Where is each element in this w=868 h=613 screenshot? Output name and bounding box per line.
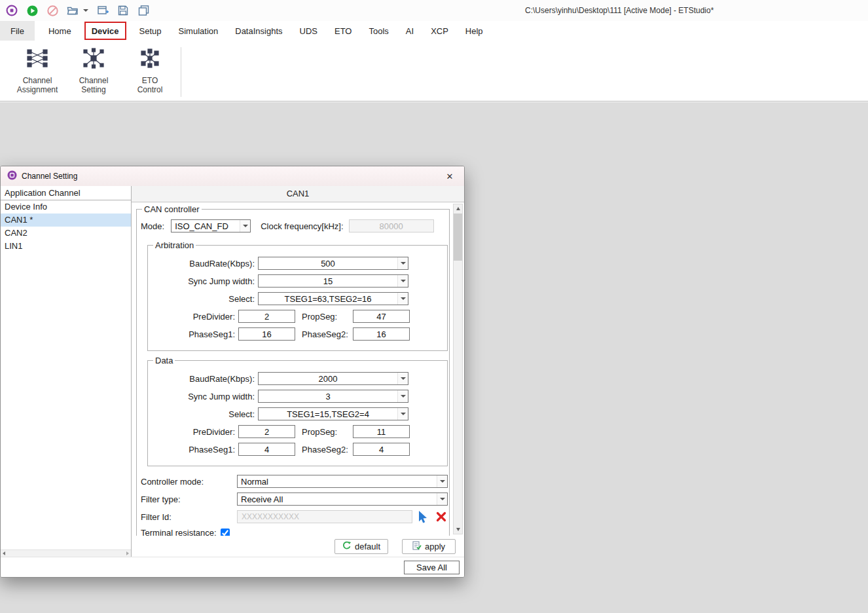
filter-id-label: Filter Id:: [141, 512, 237, 522]
eto-control-button[interactable]: ETOControl: [122, 41, 178, 101]
scrollbar-thumb[interactable]: [454, 214, 462, 261]
clear-filter-icon[interactable]: [435, 510, 448, 523]
controller-mode-label: Controller mode:: [141, 477, 237, 487]
menu-simulation[interactable]: Simulation: [170, 21, 227, 41]
menu-uds[interactable]: UDS: [291, 21, 326, 41]
panel-header: CAN1: [132, 186, 464, 202]
stop-icon[interactable]: [46, 5, 58, 16]
ribbon-device-tab: ChannelAssignment ChannelSetting: [0, 41, 868, 102]
arb-phaseseg2-input[interactable]: [353, 327, 410, 341]
data-phaseseg2-label: PhaseSeg2:: [302, 445, 353, 455]
chevron-down-icon: [397, 408, 408, 420]
data-propseg-label: PropSeg:: [302, 427, 353, 437]
data-select-label: Select:: [148, 409, 255, 419]
can-controller-group: CAN controller Mode: ISO_CAN_FD Clock fr…: [136, 209, 450, 536]
arb-phaseseg1-input[interactable]: [238, 327, 295, 341]
menu-xcp[interactable]: XCP: [422, 21, 457, 41]
menu-tools[interactable]: Tools: [360, 21, 397, 41]
clock-frequency-label: Clock frequency[kHz]:: [261, 221, 343, 231]
channel-setting-button[interactable]: ChannelSetting: [65, 41, 122, 101]
data-sync-label: Sync Jump width:: [148, 392, 255, 401]
data-legend: Data: [153, 356, 175, 365]
data-sync-select[interactable]: 3: [258, 390, 408, 403]
list-item-can1[interactable]: CAN1 *: [1, 214, 131, 227]
menu-eto[interactable]: ETO: [326, 21, 361, 41]
scroll-left-icon[interactable]: [3, 551, 5, 555]
scroll-up-icon[interactable]: [456, 204, 460, 213]
mode-select[interactable]: ISO_CAN_FD: [171, 219, 251, 232]
arb-phaseseg1-label: PhaseSeg1:: [148, 329, 235, 339]
channel-setting-dialog: Channel Setting ✕ Application Channel De…: [0, 166, 465, 578]
arb-tseg-select[interactable]: TSEG1=63,TSEG2=16: [258, 292, 408, 305]
filter-type-select[interactable]: Receive All: [237, 492, 448, 506]
save-all-button[interactable]: Save All: [404, 561, 460, 574]
chevron-down-icon: [397, 293, 408, 305]
close-icon[interactable]: ✕: [435, 166, 464, 186]
arb-phaseseg2-label: PhaseSeg2:: [302, 329, 353, 339]
arb-select-label: Select:: [148, 294, 255, 304]
save-icon[interactable]: [117, 5, 129, 16]
channel-assignment-label: ChannelAssignment: [17, 76, 58, 95]
refresh-icon: [342, 541, 352, 552]
arb-predivider-input[interactable]: [238, 310, 295, 323]
data-baudrate-select[interactable]: 2000: [258, 372, 408, 385]
menu-setup[interactable]: Setup: [131, 21, 170, 41]
scroll-down-icon[interactable]: [456, 525, 460, 534]
dialog-title: Channel Setting: [22, 172, 77, 181]
menu-file[interactable]: File: [0, 21, 35, 41]
vertical-scrollbar[interactable]: [453, 204, 463, 534]
arbitration-legend: Arbitration: [153, 240, 196, 250]
channel-setting-icon: [82, 48, 105, 71]
chevron-down-icon: [437, 475, 447, 487]
dialog-logo-icon: [7, 170, 17, 183]
channel-list-header: Application Channel: [1, 186, 131, 200]
data-phaseseg1-label: PhaseSeg1:: [148, 445, 235, 455]
menu-device[interactable]: Device: [84, 22, 126, 40]
arbitration-group: Arbitration BaudRate(Kbps): 500 Sy: [147, 245, 448, 351]
data-tseg-select[interactable]: TSEG1=15,TSEG2=4: [258, 407, 408, 420]
controller-mode-select[interactable]: Normal: [237, 475, 448, 488]
menu-help[interactable]: Help: [457, 21, 492, 41]
arb-baudrate-label: BaudRate(Kbps):: [148, 259, 255, 269]
horizontal-scrollbar[interactable]: [1, 549, 131, 557]
new-window-icon[interactable]: [97, 5, 109, 16]
menu-ai[interactable]: AI: [397, 21, 422, 41]
eto-control-label: ETOControl: [137, 76, 163, 95]
arb-baudrate-select[interactable]: 500: [258, 257, 408, 270]
channel-assignment-button[interactable]: ChannelAssignment: [9, 41, 65, 101]
data-predivider-label: PreDivider:: [148, 427, 235, 437]
ribbon-separator: [181, 47, 181, 97]
chevron-down-icon: [437, 493, 447, 505]
list-item-device-info[interactable]: Device Info: [1, 200, 131, 214]
chevron-down-icon: [397, 373, 408, 384]
filter-type-label: Filter type:: [141, 494, 237, 504]
scroll-right-icon[interactable]: [126, 551, 129, 555]
open-dropdown-caret-icon[interactable]: [83, 5, 88, 16]
open-folder-icon[interactable]: [67, 5, 79, 16]
pick-filter-pointer-icon[interactable]: [417, 510, 430, 523]
menu-home[interactable]: Home: [40, 21, 80, 41]
default-button[interactable]: default: [335, 539, 388, 554]
data-phaseseg2-input[interactable]: [353, 443, 410, 456]
list-item-lin1[interactable]: LIN1: [1, 240, 131, 253]
arb-sync-select[interactable]: 15: [258, 274, 408, 288]
settings-panel: CAN1 CAN controller Mode: ISO_CAN_FD: [132, 186, 464, 557]
run-icon[interactable]: [26, 5, 38, 16]
apply-form-icon: [412, 541, 422, 552]
chevron-down-icon: [397, 390, 408, 402]
terminal-resistance-checkbox[interactable]: [221, 529, 230, 536]
data-phaseseg1-input[interactable]: [238, 443, 295, 456]
channel-setting-label: ChannelSetting: [79, 76, 109, 95]
apply-button[interactable]: apply: [402, 539, 456, 554]
dialog-bottom-bar: Save All: [1, 557, 464, 577]
save-all-icon[interactable]: [137, 5, 149, 16]
data-propseg-input[interactable]: [353, 425, 410, 438]
list-item-can2[interactable]: CAN2: [1, 227, 131, 240]
arb-propseg-input[interactable]: [353, 310, 410, 323]
data-predivider-input[interactable]: [238, 425, 295, 438]
chevron-down-icon: [397, 275, 408, 287]
chevron-down-icon: [240, 220, 250, 232]
menu-datainsights[interactable]: DataInsights: [226, 21, 291, 41]
data-baudrate-label: BaudRate(Kbps):: [148, 374, 255, 384]
dialog-titlebar[interactable]: Channel Setting ✕: [1, 166, 464, 186]
